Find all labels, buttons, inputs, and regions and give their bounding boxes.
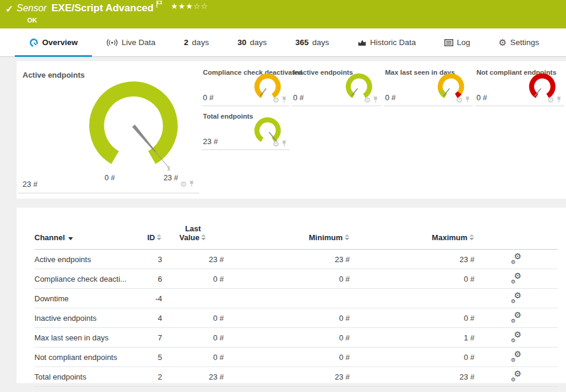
sort-caret-down-icon <box>68 237 73 240</box>
channel-settings-gears-icon[interactable]: ⚙⚙ <box>510 371 523 381</box>
average-marker: x̄ <box>167 165 170 172</box>
tab-overview[interactable]: Overview <box>15 28 92 56</box>
gauge-value: 23 # <box>23 180 37 189</box>
channel-name: Max last seen in days <box>34 328 136 348</box>
gauge-settings-gear-icon[interactable]: ⚙ <box>456 97 463 104</box>
ok-check-icon: ✓ <box>5 4 13 15</box>
gauge-scale-min: 0 # <box>98 174 122 182</box>
pin-icon[interactable] <box>281 141 287 148</box>
gauge-icon <box>29 38 39 47</box>
tab-365-days-label: days <box>312 38 329 47</box>
gauge-value: 0 # <box>293 93 304 102</box>
tab-2-days[interactable]: 2 days <box>170 28 223 56</box>
tab-settings[interactable]: ⚙ Settings <box>485 28 554 56</box>
tab-log-label: Log <box>457 38 470 47</box>
channel-minimum <box>224 289 349 308</box>
column-header-maximum-label: Maximum <box>432 233 468 242</box>
gauge-settings-gear-icon[interactable]: ⚙ <box>364 97 371 104</box>
channel-last-value: 23 # <box>162 367 224 387</box>
tab-historic-data-label: Historic Data <box>370 38 416 47</box>
sensor-status-bar: ✓ SensorEXE/Script Advanced ★★★☆☆ OK <box>0 0 566 28</box>
column-header-minimum[interactable]: Minimum <box>224 208 349 250</box>
tab-bar: Overview Live Data 2 days 30 days 365 da… <box>0 28 566 57</box>
column-header-last-value[interactable]: Last Value <box>162 208 224 250</box>
channel-id: 5 <box>136 348 162 367</box>
tab-live-data[interactable]: Live Data <box>92 28 170 56</box>
tab-365-days-number: 365 <box>295 38 309 47</box>
column-header-id[interactable]: ID <box>136 208 162 250</box>
channel-id: -4 <box>136 289 162 308</box>
gauge-max-last-seen: Max last seen in days 0 # ⚙ <box>384 67 473 106</box>
gauge-scale-max: 23 # <box>159 174 183 182</box>
priority-stars[interactable]: ★★★☆☆ <box>171 2 208 11</box>
gauge-settings-gear-icon[interactable]: ⚙ <box>180 181 187 188</box>
tab-overview-label: Overview <box>42 38 78 47</box>
pin-icon[interactable] <box>373 97 379 104</box>
column-header-id-label: ID <box>147 233 155 242</box>
sort-icon <box>345 234 350 241</box>
column-header-last-label: Last <box>185 224 201 233</box>
channel-maximum: 0 # <box>350 348 475 367</box>
active-endpoints-gauge-graphic <box>80 76 187 181</box>
pin-icon[interactable] <box>556 97 562 104</box>
channel-maximum: 0 # <box>350 269 475 289</box>
tab-30-days[interactable]: 30 days <box>223 28 281 56</box>
channel-minimum: 23 # <box>224 250 349 269</box>
gauge-total-endpoints: Total endpoints 23 # ⚙ <box>202 111 290 150</box>
object-kind-label: Sensor <box>17 3 47 13</box>
channel-settings-gears-icon[interactable]: ⚙⚙ <box>510 351 523 362</box>
column-header-maximum[interactable]: Maximum <box>350 208 475 250</box>
channel-id: 2 <box>136 367 162 387</box>
pin-icon[interactable] <box>465 97 470 104</box>
gauge-settings-gear-icon[interactable]: ⚙ <box>272 141 279 148</box>
table-row[interactable]: Compliance check deacti... 6 0 # 0 # 0 #… <box>34 269 558 289</box>
channel-maximum: 1 # <box>350 328 475 348</box>
gauge-settings-gear-icon[interactable]: ⚙ <box>272 97 279 104</box>
gauge-value: 23 # <box>203 137 218 146</box>
channel-table: Channel ID Last Value Minimum Maximum <box>34 208 558 387</box>
gauges-panel: Active endpoints x̄ 0 # 23 # 23 # ⚙ Comp… <box>17 61 566 199</box>
table-row[interactable]: Not compliant endpoints 5 0 # 0 # 0 # ⚙⚙ <box>34 348 558 367</box>
sort-icon <box>157 234 162 241</box>
channel-settings-gears-icon[interactable]: ⚙⚙ <box>510 332 523 342</box>
tab-log[interactable]: Log <box>430 28 485 56</box>
table-row[interactable]: Total endpoints 2 23 # 23 # 23 # ⚙⚙ <box>34 367 558 387</box>
channel-settings-gears-icon[interactable]: ⚙⚙ <box>510 253 523 264</box>
channel-maximum: 23 # <box>350 367 475 387</box>
table-row[interactable]: Active endpoints 3 23 # 23 # 23 # ⚙⚙ <box>34 250 558 269</box>
table-row[interactable]: Inactive endpoints 4 0 # 0 # 0 # ⚙⚙ <box>34 308 558 328</box>
gauge-active-endpoints: Active endpoints x̄ 0 # 23 # 23 # ⚙ <box>18 66 199 193</box>
channel-id: 6 <box>136 269 162 289</box>
column-header-actions <box>475 208 558 250</box>
gauge-value: 0 # <box>385 93 396 102</box>
channel-last-value: 0 # <box>162 348 224 367</box>
flag-icon[interactable] <box>156 0 163 10</box>
gauge-value: 0 # <box>203 93 214 102</box>
tab-365-days[interactable]: 365 days <box>281 28 344 56</box>
channel-minimum: 0 # <box>224 348 349 367</box>
column-header-channel[interactable]: Channel <box>34 208 136 250</box>
channel-maximum: 0 # <box>350 308 475 328</box>
sensor-name: EXE/Script Advanced <box>52 2 154 14</box>
channel-last-value: 0 # <box>162 328 224 348</box>
pin-icon[interactable] <box>189 181 195 188</box>
channel-last-value: 0 # <box>162 269 224 289</box>
tab-2-days-number: 2 <box>184 38 189 47</box>
gauge-inactive-endpoints: Inactive endpoints 0 # ⚙ <box>292 67 381 106</box>
channel-id: 4 <box>136 308 162 328</box>
channel-name: Active endpoints <box>34 250 136 269</box>
channel-last-value: 0 # <box>162 308 224 328</box>
table-row[interactable]: Max last seen in days 7 0 # 0 # 1 # ⚙⚙ <box>34 328 558 348</box>
table-row[interactable]: Downtime -4 ⚙⚙ <box>34 289 558 308</box>
tab-settings-label: Settings <box>510 38 539 47</box>
column-header-minimum-label: Minimum <box>309 233 343 242</box>
channel-maximum <box>350 289 475 308</box>
channel-settings-gears-icon[interactable]: ⚙⚙ <box>510 273 523 283</box>
tab-historic-data[interactable]: Historic Data <box>344 28 430 56</box>
pin-icon[interactable] <box>281 97 287 104</box>
channel-minimum: 0 # <box>224 269 349 289</box>
channel-settings-gears-icon[interactable]: ⚙⚙ <box>510 292 523 303</box>
channel-settings-gears-icon[interactable]: ⚙⚙ <box>510 312 523 323</box>
sensor-status-text: OK <box>27 17 37 24</box>
gauge-settings-gear-icon[interactable]: ⚙ <box>547 97 554 104</box>
